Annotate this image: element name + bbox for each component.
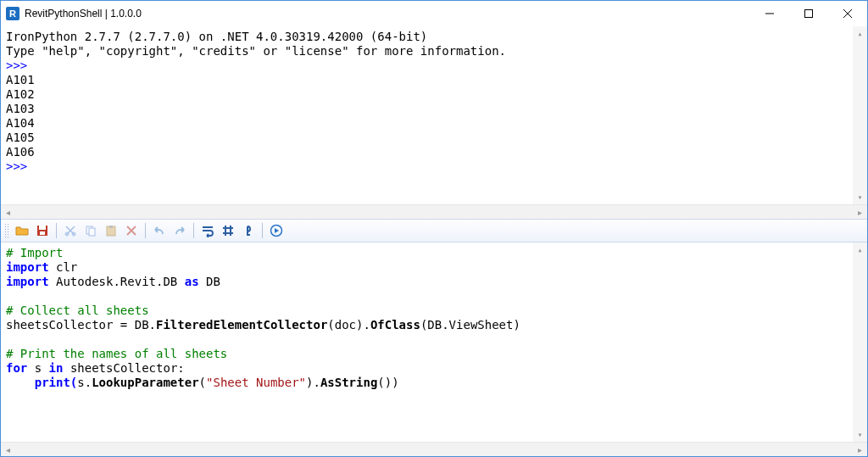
output-line: A102 bbox=[6, 87, 35, 101]
code-call: FilteredElementCollector bbox=[156, 318, 327, 332]
code-text: s. bbox=[77, 376, 92, 389]
output-hscrollbar[interactable]: ◂ ▸ bbox=[1, 204, 867, 219]
titlebar[interactable]: R RevitPythonShell | 1.0.0.0 bbox=[1, 1, 867, 26]
maximize-button[interactable] bbox=[789, 1, 828, 26]
code-keyword: in bbox=[49, 361, 64, 375]
code-call: AsString bbox=[320, 376, 377, 389]
cut-button[interactable] bbox=[61, 221, 80, 240]
toolbar-grip bbox=[4, 223, 9, 238]
code-keyword: import bbox=[6, 260, 49, 274]
scroll-down-icon[interactable]: ▾ bbox=[853, 427, 867, 442]
scroll-up-icon[interactable]: ▴ bbox=[853, 242, 867, 257]
banner-line: Type "help", "copyright", "credits" or "… bbox=[6, 44, 506, 58]
wordwrap-button[interactable] bbox=[198, 221, 217, 240]
prompt: >>> bbox=[6, 159, 35, 173]
save-button[interactable] bbox=[33, 221, 52, 240]
whitespace-button[interactable] bbox=[239, 221, 258, 240]
run-button[interactable] bbox=[267, 221, 286, 240]
scroll-down-icon[interactable]: ▾ bbox=[853, 190, 867, 204]
code-comment: # Print the names of all sheets bbox=[6, 347, 227, 360]
svg-rect-6 bbox=[40, 231, 45, 235]
code-keyword: as bbox=[185, 275, 199, 288]
svg-rect-10 bbox=[89, 228, 95, 236]
code-text: ( bbox=[199, 376, 206, 389]
code-text: s bbox=[27, 361, 48, 375]
app-window: R RevitPythonShell | 1.0.0.0 IronPython … bbox=[0, 0, 868, 457]
svg-rect-5 bbox=[39, 226, 46, 230]
editor-vscrollbar[interactable]: ▴ ▾ bbox=[853, 242, 867, 442]
code-comment: # Collect all sheets bbox=[6, 304, 149, 317]
code-text: sheetsCollector: bbox=[63, 361, 184, 375]
output-line: A104 bbox=[6, 116, 35, 130]
close-button[interactable] bbox=[828, 1, 867, 26]
code-keyword: import bbox=[6, 275, 49, 288]
editor-hscrollbar[interactable]: ◂ ▸ bbox=[1, 442, 867, 456]
editor-toolbar bbox=[1, 219, 867, 242]
paste-button[interactable] bbox=[102, 221, 120, 240]
output-line: A106 bbox=[6, 145, 35, 159]
code-keyword: for bbox=[6, 361, 27, 375]
console-output[interactable]: IronPython 2.7.7 (2.7.7.0) on .NET 4.0.3… bbox=[1, 26, 867, 204]
delete-button[interactable] bbox=[122, 221, 141, 240]
undo-button[interactable] bbox=[150, 221, 169, 240]
scroll-up-icon[interactable]: ▴ bbox=[853, 26, 867, 41]
code-text: clr bbox=[49, 260, 78, 274]
output-line: A103 bbox=[6, 102, 35, 115]
scroll-right-icon[interactable]: ▸ bbox=[853, 443, 867, 457]
svg-rect-1 bbox=[805, 10, 813, 18]
code-comment: # Import bbox=[6, 246, 63, 259]
code-editor[interactable]: # Import import clr import Autodesk.Revi… bbox=[1, 242, 867, 442]
copy-button[interactable] bbox=[81, 221, 100, 240]
banner-line: IronPython 2.7.7 (2.7.7.0) on .NET 4.0.3… bbox=[6, 30, 427, 43]
window-title: RevitPythonShell | 1.0.0.0 bbox=[25, 8, 142, 20]
code-indent bbox=[6, 376, 35, 389]
code-text: sheetsCollector = DB. bbox=[6, 318, 156, 332]
scroll-left-icon[interactable]: ◂ bbox=[1, 205, 15, 220]
output-vscrollbar[interactable]: ▴ ▾ bbox=[853, 26, 867, 204]
scroll-left-icon[interactable]: ◂ bbox=[1, 443, 15, 457]
code-text: Autodesk.Revit.DB bbox=[49, 275, 185, 288]
code-text: ). bbox=[306, 376, 320, 389]
code-call: LookupParameter bbox=[92, 376, 198, 389]
output-line: A105 bbox=[6, 131, 35, 144]
code-text: (doc). bbox=[327, 318, 370, 332]
redo-button[interactable] bbox=[170, 221, 189, 240]
code-call: OfClass bbox=[370, 318, 420, 332]
code-text: DB bbox=[199, 275, 220, 288]
output-line: A101 bbox=[6, 73, 35, 86]
svg-rect-12 bbox=[109, 226, 113, 228]
open-button[interactable] bbox=[13, 221, 31, 240]
code-text: (DB.ViewSheet) bbox=[420, 318, 520, 332]
code-text: ()) bbox=[377, 376, 398, 389]
grid-button[interactable] bbox=[219, 221, 237, 240]
code-call: print( bbox=[35, 376, 78, 389]
prompt: >>> bbox=[6, 59, 35, 72]
scroll-right-icon[interactable]: ▸ bbox=[853, 205, 867, 220]
app-icon: R bbox=[6, 7, 19, 20]
code-string: "Sheet Number" bbox=[206, 376, 306, 389]
minimize-button[interactable] bbox=[750, 1, 789, 26]
